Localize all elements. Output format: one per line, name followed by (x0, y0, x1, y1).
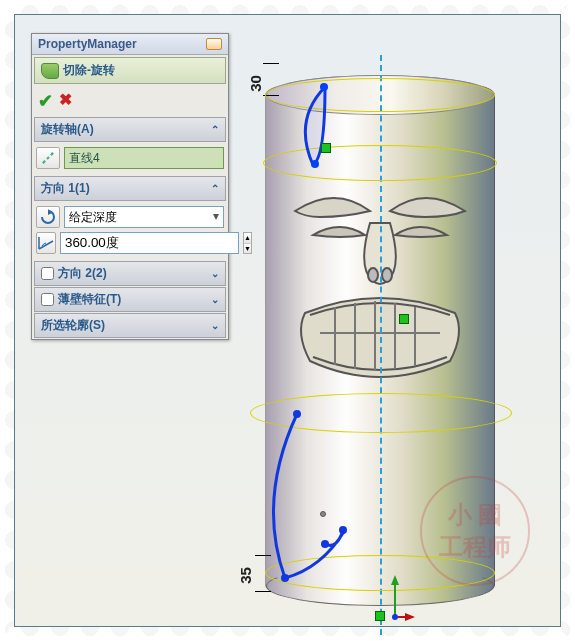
angle-icon (36, 232, 56, 254)
cancel-button[interactable]: ✖ (59, 90, 72, 112)
sketch-point (320, 511, 326, 517)
collapse-icon: ⌃ (211, 183, 219, 194)
cut-revolve-icon (41, 63, 59, 79)
revolve-axis-line (380, 55, 382, 635)
dimension-bottom[interactable]: 35 (237, 567, 254, 584)
dir2-checkbox[interactable] (41, 267, 54, 280)
svg-point-21 (392, 614, 398, 620)
section-label: 薄壁特征(T) (58, 291, 121, 308)
section-title: 所选轮廓(S) (41, 317, 105, 334)
section-contours-header[interactable]: 所选轮廓(S) ⌄ (34, 313, 226, 338)
spin-down[interactable]: ▼ (244, 244, 251, 254)
dimension-top[interactable]: 30 (247, 75, 264, 92)
section-title: 方向 1(1) (41, 180, 90, 197)
pin-icon[interactable] (206, 38, 222, 50)
collapse-icon: ⌃ (211, 124, 219, 135)
section-label: 方向 2(2) (58, 265, 107, 282)
section-axis-header[interactable]: 旋转轴(A) ⌃ (34, 117, 226, 142)
panel-title: PropertyManager (38, 37, 137, 51)
sketch-handle[interactable] (311, 160, 319, 168)
svg-point-13 (293, 410, 301, 418)
sketch-handle[interactable] (320, 83, 328, 91)
svg-point-16 (321, 540, 329, 548)
feature-header: 切除-旋转 (34, 57, 226, 84)
section-thin-header[interactable]: 薄壁特征(T) ⌄ (34, 287, 226, 312)
svg-marker-20 (405, 613, 415, 621)
angle-input[interactable] (60, 232, 239, 254)
svg-point-0 (368, 268, 378, 282)
section-title: 旋转轴(A) (41, 121, 94, 138)
end-condition-select[interactable]: 给定深度 (64, 206, 224, 228)
expand-icon: ⌄ (211, 294, 219, 305)
angle-spinner[interactable]: ▲ ▼ (243, 232, 252, 254)
svg-point-14 (281, 574, 289, 582)
svg-point-15 (339, 526, 347, 534)
spin-up[interactable]: ▲ (244, 233, 251, 244)
expand-icon: ⌄ (211, 268, 219, 279)
ok-button[interactable]: ✔ (38, 90, 53, 112)
axis-field[interactable]: 直线4 (64, 147, 224, 169)
expand-icon: ⌄ (211, 320, 219, 331)
section-dir1-header[interactable]: 方向 1(1) ⌃ (34, 176, 226, 201)
thin-checkbox[interactable] (41, 293, 54, 306)
reverse-direction-button[interactable] (36, 206, 60, 228)
view-triad[interactable] (375, 575, 415, 625)
feature-name: 切除-旋转 (63, 62, 115, 79)
axis-selector-icon[interactable] (36, 147, 60, 169)
origin-marker (399, 314, 409, 324)
origin-marker (321, 143, 331, 153)
sketch-profile-bottom (267, 410, 377, 590)
panel-titlebar: PropertyManager (32, 34, 228, 55)
svg-point-1 (382, 268, 392, 282)
svg-marker-18 (391, 575, 399, 585)
section-dir2-header[interactable]: 方向 2(2) ⌄ (34, 261, 226, 286)
property-manager-panel: PropertyManager 切除-旋转 ✔ ✖ 旋转轴(A) ⌃ 直线4 方… (31, 33, 229, 340)
